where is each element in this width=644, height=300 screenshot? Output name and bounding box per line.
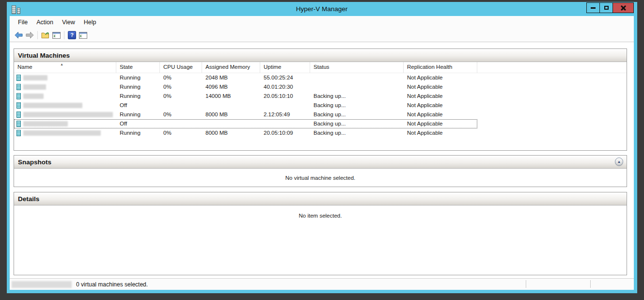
minimize-button[interactable] (586, 2, 600, 13)
virtual-machines-panel: Virtual Machines Name▲StateCPU UsageAssi… (14, 48, 627, 151)
vm-row[interactable]: Running0%4096 MB40.01:20:30Not Applicabl… (14, 82, 477, 92)
forward-button[interactable] (24, 30, 35, 41)
vm-assigned-memory: 4096 MB (202, 82, 260, 92)
sort-ascending-icon: ▲ (60, 63, 63, 66)
forward-arrow-icon (26, 32, 34, 39)
status-bar: 0 virtual machines selected. (10, 278, 634, 290)
help-glyph: ? (70, 32, 74, 38)
vm-replication-health: Not Applicable (404, 110, 477, 119)
virtual-machine-icon (16, 93, 21, 99)
vm-row[interactable]: Running0%2048 MB55.00:25:24Not Applicabl… (14, 73, 477, 82)
column-header-cpu-usage[interactable]: CPU Usage (160, 62, 202, 73)
menu-item-action[interactable]: Action (32, 17, 58, 28)
vm-state: Off (116, 119, 160, 128)
vm-uptime: 20.05:10:09 (260, 128, 310, 138)
vm-status (310, 73, 404, 82)
vm-state: Running (116, 110, 160, 119)
vm-name-cell (14, 101, 116, 110)
action-pane-icon (79, 32, 87, 39)
show-action-pane-button[interactable] (78, 30, 89, 41)
vm-row[interactable]: Running0%8000 MB2.12:05:49Backing up...N… (14, 110, 477, 119)
vm-uptime: 40.01:20:30 (260, 82, 310, 92)
vm-state: Running (116, 73, 160, 82)
back-arrow-icon (15, 32, 23, 39)
menu-bar: FileActionViewHelp (10, 16, 634, 29)
details-empty-message: No item selected. (299, 213, 342, 219)
toolbar-separator (64, 31, 64, 39)
column-label: Name (17, 64, 32, 70)
vm-name-redacted (23, 75, 47, 80)
vm-assigned-memory: 2048 MB (202, 73, 260, 82)
vm-status (310, 82, 404, 92)
column-header-assigned-memory[interactable]: Assigned Memory (202, 62, 260, 73)
column-label: Uptime (264, 64, 281, 70)
details-content: No item selected. (14, 205, 627, 275)
vm-assigned-memory: 8000 MB (202, 128, 260, 138)
toolbar: ? (10, 29, 634, 42)
vm-assigned-memory: 14000 MB (202, 92, 260, 101)
export-list-button[interactable] (40, 30, 51, 41)
maximize-icon (604, 6, 609, 10)
virtual-machine-icon (16, 111, 21, 118)
back-button[interactable] (13, 30, 24, 41)
vm-row[interactable]: Running0%8000 MB20.05:10:09Backing up...… (14, 128, 477, 138)
column-header-state[interactable]: State (116, 62, 160, 73)
vm-replication-health: Not Applicable (404, 82, 477, 92)
vm-uptime: 55.00:25:24 (260, 73, 310, 82)
vm-status: Backing up... (310, 119, 404, 128)
close-button[interactable] (613, 2, 634, 13)
status-bar-divider (590, 280, 591, 288)
menu-item-file[interactable]: File (14, 17, 32, 28)
vm-row[interactable]: OffBacking up...Not Applicable (14, 119, 477, 128)
vm-state: Running (116, 92, 160, 101)
vm-state: Running (116, 128, 160, 138)
folder-arrow-icon (41, 32, 50, 39)
column-header-blank (477, 62, 627, 73)
snapshots-empty-message: No virtual machine selected. (285, 175, 355, 181)
window-controls (587, 2, 634, 13)
vm-name-cell (14, 119, 116, 128)
vm-assigned-memory: 8000 MB (202, 110, 260, 119)
column-header-replication-health[interactable]: Replication Health (404, 62, 477, 73)
vm-name-redacted (23, 103, 82, 108)
vm-row[interactable]: Running0%14000 MB20.05:10:10Backing up..… (14, 92, 477, 101)
vm-name-cell (14, 128, 116, 138)
vm-state: Off (116, 101, 160, 110)
vm-cpu-usage: 0% (160, 73, 202, 82)
snapshots-panel: Snapshots ▲ No virtual machine selected. (14, 155, 627, 187)
vm-row[interactable]: OffBacking up...Not Applicable (14, 101, 477, 110)
vm-table-header: Name▲StateCPU UsageAssigned MemoryUptime… (14, 62, 627, 73)
menu-item-view[interactable]: View (58, 17, 79, 28)
collapse-snapshots-button[interactable]: ▲ (615, 158, 623, 166)
virtual-machines-title: Virtual Machines (18, 52, 70, 59)
virtual-machine-icon (16, 121, 21, 127)
virtual-machine-icon (16, 84, 21, 90)
help-button[interactable]: ? (66, 30, 78, 41)
show-console-tree-button[interactable] (51, 30, 62, 41)
snapshots-header: Snapshots ▲ (14, 156, 627, 169)
column-label: Status (314, 64, 330, 70)
column-header-uptime[interactable]: Uptime (260, 62, 310, 73)
menu-item-help[interactable]: Help (79, 17, 101, 28)
maximize-button[interactable] (599, 2, 613, 13)
column-label: CPU Usage (163, 64, 193, 70)
details-header: Details (14, 192, 627, 205)
column-label: State (120, 64, 133, 70)
column-header-status[interactable]: Status (310, 62, 404, 73)
snapshots-content: No virtual machine selected. (14, 169, 627, 187)
collapse-arrow-icon: ▲ (617, 160, 621, 163)
column-label: Replication Health (407, 64, 452, 70)
vm-uptime: 2.12:05:49 (260, 110, 310, 119)
details-panel: Details No item selected. (14, 192, 627, 275)
details-title: Details (18, 195, 39, 203)
status-bar-divider (526, 280, 526, 288)
vm-list: Name▲StateCPU UsageAssigned MemoryUptime… (14, 62, 627, 150)
toolbar-separator (37, 31, 38, 39)
column-header-name[interactable]: Name▲ (14, 62, 116, 73)
vm-uptime: 20.05:10:10 (260, 92, 310, 101)
vm-name-redacted (23, 112, 113, 117)
status-redacted-host (12, 281, 72, 288)
hyperv-manager-window: Hyper-V Manager FileActionViewHelp (7, 2, 637, 293)
close-icon (620, 5, 627, 11)
virtual-machine-icon (16, 102, 21, 109)
